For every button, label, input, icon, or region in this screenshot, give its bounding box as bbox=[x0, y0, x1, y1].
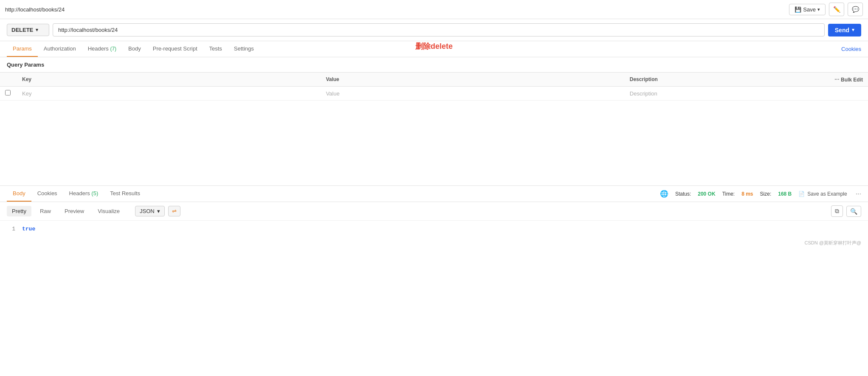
bulk-edit-button[interactable]: Bulk Edit bbox=[841, 77, 863, 83]
response-tab-body-label: Body bbox=[13, 190, 25, 196]
query-params-title: Query Params bbox=[0, 57, 868, 72]
save-example-label: Save as Example bbox=[807, 191, 847, 197]
top-bar-actions: 💾 Save ▾ ✏️ 💬 bbox=[789, 3, 863, 16]
globe-icon: 🌐 bbox=[660, 190, 668, 198]
chat-icon: 💬 bbox=[852, 6, 859, 13]
top-bar: http://localhost/books/24 💾 Save ▾ ✏️ 💬 bbox=[0, 0, 868, 19]
request-wrapper: 删除delete DELETE ▾ Send ▾ bbox=[0, 19, 868, 41]
response-tab-test-results-label: Test Results bbox=[110, 190, 140, 196]
tab-body-label: Body bbox=[128, 45, 141, 52]
pencil-button[interactable]: ✏️ bbox=[829, 3, 844, 16]
size-label: Size: bbox=[760, 191, 772, 197]
tab-settings-label: Settings bbox=[234, 45, 254, 52]
row-desc-cell[interactable]: Description bbox=[625, 87, 826, 101]
response-tab-test-results[interactable]: Test Results bbox=[104, 186, 146, 202]
format-tab-preview-label: Preview bbox=[65, 208, 84, 214]
json-label: JSON bbox=[140, 208, 155, 214]
more-options-icon[interactable]: ··· bbox=[856, 190, 861, 198]
tab-settings[interactable]: Settings bbox=[228, 41, 260, 57]
method-select[interactable]: DELETE ▾ bbox=[7, 24, 49, 36]
method-label: DELETE bbox=[11, 27, 33, 33]
tab-tests-label: Tests bbox=[209, 45, 222, 52]
tab-pre-request-label: Pre-request Script bbox=[153, 45, 197, 52]
response-meta: 🌐 Status: 200 OK Time: 8 ms Size: 168 B … bbox=[660, 190, 861, 198]
top-bar-url: http://localhost/books/24 bbox=[5, 6, 65, 13]
wrap-button[interactable]: ⇌ bbox=[168, 206, 180, 216]
response-area: Body Cookies Headers (5) Test Results 🌐 … bbox=[0, 185, 868, 237]
tab-headers-label: Headers (7) bbox=[88, 45, 116, 52]
format-tab-visualize-label: Visualize bbox=[98, 208, 120, 214]
chat-button[interactable]: 💬 bbox=[848, 3, 863, 16]
save-button[interactable]: 💾 Save ▾ bbox=[789, 4, 826, 15]
save-file-icon: 📄 bbox=[798, 191, 805, 197]
response-tab-cookies[interactable]: Cookies bbox=[31, 186, 63, 202]
search-icon: 🔍 bbox=[850, 208, 857, 215]
format-tab-raw-label: Raw bbox=[40, 208, 51, 214]
row-key-cell[interactable]: Key bbox=[17, 87, 321, 101]
cookies-link[interactable]: Cookies bbox=[841, 42, 861, 56]
tab-tests[interactable]: Tests bbox=[203, 41, 228, 57]
wrap-icon: ⇌ bbox=[172, 208, 177, 214]
footer-text: CSDN @莫昕穿林打叶声@ bbox=[804, 240, 861, 246]
tab-pre-request[interactable]: Pre-request Script bbox=[147, 41, 203, 57]
format-tab-pretty-label: Pretty bbox=[12, 208, 26, 214]
tab-params[interactable]: Params bbox=[7, 41, 38, 57]
size-value: 168 B bbox=[778, 191, 792, 197]
save-as-example-button[interactable]: 📄 Save as Example bbox=[798, 191, 847, 197]
value-placeholder: Value bbox=[326, 90, 339, 97]
row-actions-cell bbox=[826, 87, 868, 101]
tab-params-label: Params bbox=[13, 45, 32, 52]
col-checkbox bbox=[0, 73, 17, 87]
tab-headers[interactable]: Headers (7) bbox=[82, 41, 122, 57]
save-icon: 💾 bbox=[795, 6, 801, 13]
response-tab-headers-label: Headers (5) bbox=[69, 190, 99, 196]
col-description: Description bbox=[625, 73, 826, 87]
copy-button[interactable]: ⧉ bbox=[831, 205, 843, 217]
json-chevron: ▾ bbox=[157, 208, 160, 214]
tab-authorization[interactable]: Authorization bbox=[38, 41, 82, 57]
row-checkbox[interactable] bbox=[5, 90, 11, 95]
code-value-1: true bbox=[22, 226, 35, 232]
col-actions: ··· Bulk Edit bbox=[826, 73, 868, 87]
request-bar: DELETE ▾ Send ▾ bbox=[0, 19, 868, 41]
delete-title: 删除delete bbox=[415, 41, 453, 51]
time-label: Time: bbox=[722, 191, 735, 197]
tab-body[interactable]: Body bbox=[122, 41, 147, 57]
more-dots[interactable]: ··· bbox=[834, 76, 840, 83]
copy-icon: ⧉ bbox=[835, 208, 839, 214]
response-tab-body[interactable]: Body bbox=[7, 186, 31, 202]
search-button[interactable]: 🔍 bbox=[846, 206, 861, 217]
status-value: 200 OK bbox=[698, 191, 715, 197]
row-checkbox-cell[interactable] bbox=[0, 87, 17, 101]
params-table: Key Value Description ··· Bulk Edit Key … bbox=[0, 72, 868, 101]
code-line-1: 1 true bbox=[7, 226, 861, 232]
table-row: Key Value Description bbox=[0, 87, 868, 101]
status-label: Status: bbox=[675, 191, 691, 197]
tab-authorization-label: Authorization bbox=[44, 45, 76, 52]
main-area bbox=[0, 101, 868, 185]
send-button[interactable]: Send ▾ bbox=[828, 24, 861, 36]
pencil-icon: ✏️ bbox=[833, 6, 840, 13]
code-area: 1 true bbox=[0, 221, 868, 237]
row-value-cell[interactable]: Value bbox=[321, 87, 624, 101]
format-tab-preview[interactable]: Preview bbox=[59, 206, 89, 216]
col-key: Key bbox=[17, 73, 321, 87]
time-value: 8 ms bbox=[741, 191, 753, 197]
json-select[interactable]: JSON ▾ bbox=[135, 206, 165, 216]
response-tabs-row: Body Cookies Headers (5) Test Results 🌐 … bbox=[0, 186, 868, 202]
key-placeholder: Key bbox=[22, 90, 31, 97]
url-input[interactable] bbox=[53, 23, 825, 36]
save-label: Save bbox=[803, 6, 816, 13]
format-tab-pretty[interactable]: Pretty bbox=[7, 206, 31, 216]
footer: CSDN @莫昕穿林打叶声@ bbox=[0, 237, 868, 249]
response-tab-headers[interactable]: Headers (5) bbox=[63, 186, 104, 202]
desc-placeholder: Description bbox=[630, 90, 657, 97]
send-label: Send bbox=[835, 27, 849, 34]
send-chevron: ▾ bbox=[852, 27, 854, 33]
format-tab-raw[interactable]: Raw bbox=[35, 206, 56, 216]
format-tab-visualize[interactable]: Visualize bbox=[93, 206, 125, 216]
save-chevron: ▾ bbox=[817, 7, 820, 12]
method-chevron: ▾ bbox=[36, 27, 38, 33]
line-number-1: 1 bbox=[7, 226, 15, 232]
format-bar: Pretty Raw Preview Visualize JSON ▾ ⇌ ⧉ … bbox=[0, 202, 868, 221]
